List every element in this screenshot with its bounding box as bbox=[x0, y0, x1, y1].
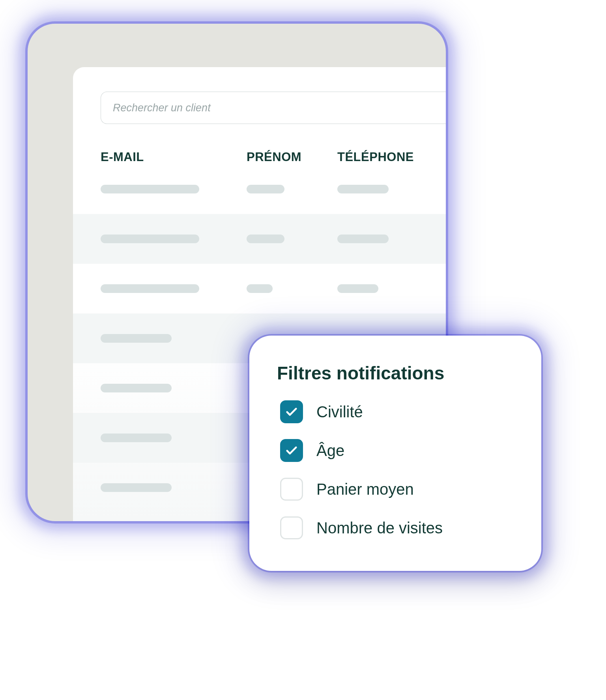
skeleton-cell bbox=[101, 185, 199, 193]
column-header-prenom: PRÉNOM bbox=[247, 150, 337, 164]
skeleton-cell bbox=[101, 483, 172, 492]
filters-popover: Filtres notifications Civilité Âge Panie… bbox=[249, 336, 541, 571]
skeleton-cell bbox=[247, 284, 273, 293]
filter-label: Âge bbox=[316, 442, 344, 460]
filter-option-panier-moyen[interactable]: Panier moyen bbox=[280, 478, 514, 501]
filter-option-nombre-visites[interactable]: Nombre de visites bbox=[280, 516, 514, 539]
skeleton-cell bbox=[101, 384, 172, 392]
skeleton-cell bbox=[247, 185, 284, 193]
table-row[interactable] bbox=[73, 164, 446, 214]
filter-option-civilite[interactable]: Civilité bbox=[280, 400, 514, 423]
column-header-phone: TÉLÉPHONE bbox=[337, 150, 444, 164]
filter-label: Nombre de visites bbox=[316, 519, 443, 537]
table-header: E-MAIL PRÉNOM TÉLÉPHONE bbox=[73, 143, 446, 164]
skeleton-cell bbox=[247, 235, 284, 243]
skeleton-cell bbox=[101, 334, 172, 343]
checkbox-checked-icon[interactable] bbox=[280, 439, 303, 462]
column-header-email: E-MAIL bbox=[101, 150, 247, 164]
filter-option-age[interactable]: Âge bbox=[280, 439, 514, 462]
table-row[interactable] bbox=[73, 264, 446, 313]
checkbox-unchecked-icon[interactable] bbox=[280, 516, 303, 539]
filter-label: Civilité bbox=[316, 403, 363, 421]
skeleton-cell bbox=[337, 284, 378, 293]
search-input[interactable] bbox=[101, 92, 446, 124]
skeleton-cell bbox=[101, 284, 199, 293]
filter-label: Panier moyen bbox=[316, 480, 414, 498]
skeleton-cell bbox=[337, 235, 389, 243]
skeleton-cell bbox=[101, 434, 172, 442]
checkbox-checked-icon[interactable] bbox=[280, 400, 303, 423]
skeleton-cell bbox=[101, 235, 199, 243]
checkbox-unchecked-icon[interactable] bbox=[280, 478, 303, 501]
table-row[interactable] bbox=[73, 214, 446, 264]
skeleton-cell bbox=[337, 185, 389, 193]
filters-title: Filtres notifications bbox=[277, 362, 514, 384]
